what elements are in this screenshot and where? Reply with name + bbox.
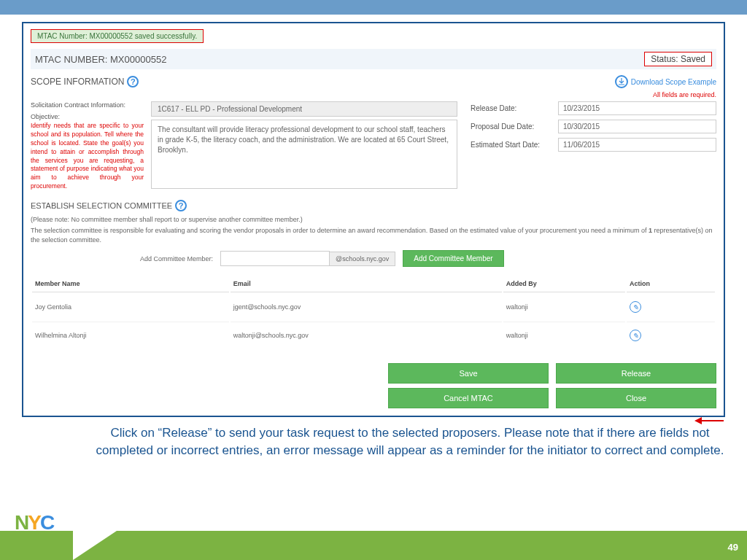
- release-date-label: Release Date:: [471, 104, 558, 112]
- objective-textarea[interactable]: The consultant will provide literacy pro…: [151, 120, 457, 189]
- add-member-label: Add Committee Member:: [31, 255, 220, 262]
- footer-bar: 49: [0, 531, 747, 560]
- help-icon[interactable]: ?: [175, 200, 187, 211]
- contract-label: Solicitation Contract Information:: [31, 101, 144, 109]
- committee-table: Member Name Email Added By Action Joy Ge…: [31, 274, 716, 350]
- proposal-due-label: Proposal Due Date:: [471, 122, 558, 131]
- help-icon[interactable]: ?: [127, 76, 139, 88]
- scope-title: SCOPE INFORMATION: [31, 77, 124, 87]
- scope-header: SCOPE INFORMATION ? Download Scope Examp…: [31, 75, 716, 88]
- committee-title: ESTABLISH SELECTION COMMITTEE: [31, 201, 172, 210]
- close-button[interactable]: Close: [556, 388, 716, 408]
- arrow-pointer-icon: [694, 416, 724, 427]
- top-bar: [0, 0, 747, 15]
- page-number: 49: [728, 542, 738, 553]
- mtac-number: MTAC NUMBER: MX00000552: [35, 54, 166, 65]
- committee-note: (Please note: No committee member shall …: [31, 216, 716, 223]
- add-member-button[interactable]: Add Committee Member: [403, 250, 503, 267]
- success-message: MTAC Number: MX00000552 saved successful…: [31, 29, 204, 43]
- email-suffix: @schools.nyc.gov: [330, 252, 395, 266]
- col-email: Email: [231, 276, 502, 292]
- col-name: Member Name: [32, 276, 229, 292]
- svg-marker-1: [694, 417, 702, 424]
- cancel-mtac-button[interactable]: Cancel MTAC: [388, 388, 549, 408]
- member-input[interactable]: [220, 251, 330, 266]
- save-button[interactable]: Save: [388, 363, 549, 384]
- committee-desc: The selection committee is responsible f…: [31, 226, 716, 244]
- col-added-by: Added By: [503, 276, 625, 292]
- delete-icon[interactable]: ✎: [630, 301, 641, 313]
- required-note: All fields are required.: [31, 91, 716, 98]
- form-panel: MTAC Number: MX00000552 saved successful…: [22, 22, 725, 417]
- objective-hint: Identify needs that are specific to your…: [31, 122, 144, 191]
- mtac-header-row: MTAC NUMBER: MX00000552 Status: Saved: [31, 49, 716, 69]
- col-action: Action: [627, 276, 715, 292]
- objective-label: Objective:: [31, 113, 144, 120]
- status-badge: Status: Saved: [644, 52, 712, 66]
- download-icon: [615, 75, 628, 88]
- caption-text: Click on “Release” to send your task req…: [95, 424, 725, 459]
- release-date-input[interactable]: 10/23/2015: [558, 101, 716, 115]
- table-row: Joy Gentolia jgent@schools.nyc.gov walto…: [32, 294, 715, 320]
- table-row: Wilhelmina Altonji waltonji@schools.nyc.…: [32, 322, 715, 349]
- proposal-due-input[interactable]: 10/30/2015: [558, 120, 716, 133]
- estimated-start-input[interactable]: 11/06/2015: [558, 138, 716, 152]
- download-scope-link[interactable]: Download Scope Example: [615, 75, 716, 88]
- delete-icon[interactable]: ✎: [630, 330, 641, 341]
- release-button[interactable]: Release: [556, 363, 716, 384]
- contract-info-field[interactable]: 1C617 - ELL PD - Professional Developmen…: [151, 101, 457, 117]
- estimated-start-label: Estimated Start Date:: [471, 141, 558, 149]
